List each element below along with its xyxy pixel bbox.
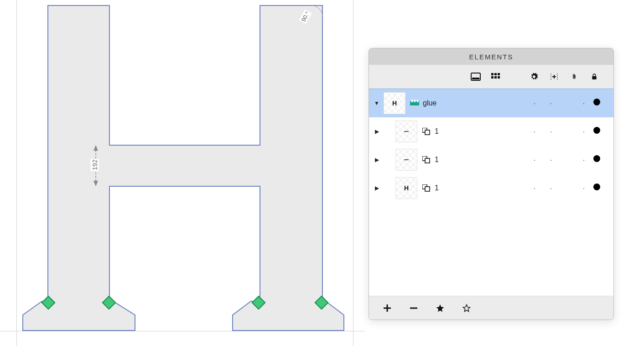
view-list-icon[interactable]: [470, 71, 481, 82]
svg-rect-17: [414, 100, 415, 102]
elements-list: ▼Hglue···▶1···▶1···▶H1···: [369, 89, 613, 296]
element-row[interactable]: ▼Hglue···: [369, 89, 613, 117]
color-swatch[interactable]: [593, 183, 606, 192]
element-row[interactable]: ▶1···: [369, 146, 613, 174]
dimension-annotation: 192: [91, 158, 99, 171]
status-dot[interactable]: ·: [544, 156, 558, 163]
panel-footer: [369, 296, 613, 320]
element-label: glue: [423, 99, 436, 107]
add-button[interactable]: [382, 303, 393, 314]
status-dot[interactable]: ·: [528, 156, 541, 163]
view-grid-icon[interactable]: [490, 71, 501, 82]
element-thumbnail: [395, 149, 417, 171]
svg-rect-4: [491, 73, 493, 75]
svg-rect-24: [425, 187, 430, 191]
element-thumbnail: [395, 121, 417, 142]
color-swatch[interactable]: [593, 155, 606, 164]
status-dot[interactable]: ·: [577, 100, 591, 107]
gear-icon[interactable]: [529, 71, 540, 82]
disclosure-right-icon[interactable]: ▶: [373, 128, 381, 135]
svg-rect-7: [491, 76, 493, 79]
svg-rect-9: [498, 76, 500, 79]
color-swatch[interactable]: [593, 127, 606, 136]
svg-rect-8: [494, 76, 497, 79]
svg-rect-6: [498, 73, 500, 75]
remove-button[interactable]: [408, 303, 419, 314]
disclosure-right-icon[interactable]: ▶: [373, 157, 381, 163]
status-dot[interactable]: ·: [544, 184, 558, 192]
group-icon: [422, 184, 431, 192]
status-dot[interactable]: ·: [528, 184, 541, 192]
glyph-canvas[interactable]: 90.° 192: [0, 0, 365, 346]
svg-rect-3: [472, 78, 479, 79]
glyph-outline[interactable]: [0, 0, 365, 346]
color-swatch[interactable]: [593, 99, 606, 107]
attachment-icon[interactable]: [569, 71, 580, 82]
elements-panel: ELEMENTS: [369, 48, 614, 320]
element-thumbnail: H: [384, 92, 405, 114]
element-label: 1: [435, 156, 439, 164]
group-icon: [422, 156, 431, 164]
element-label: 1: [435, 127, 439, 136]
disclosure-right-icon[interactable]: ▶: [373, 185, 381, 191]
panel-title: ELEMENTS: [369, 48, 613, 65]
element-thumbnail: H: [395, 177, 417, 199]
status-dot[interactable]: ·: [577, 128, 591, 135]
star-filled-icon[interactable]: [435, 303, 446, 314]
panel-toolbar: [369, 65, 613, 89]
status-dot[interactable]: ·: [577, 156, 591, 163]
element-row[interactable]: ▶H1···: [369, 174, 613, 202]
glue-icon: [410, 99, 419, 107]
element-label: 1: [435, 184, 439, 192]
lock-icon[interactable]: [589, 71, 600, 82]
svg-rect-5: [494, 73, 497, 75]
status-dot[interactable]: ·: [528, 100, 541, 107]
spacing-icon[interactable]: [549, 71, 560, 82]
disclosure-down-icon[interactable]: ▼: [373, 100, 381, 106]
star-outline-icon[interactable]: [461, 303, 472, 314]
svg-rect-14: [592, 76, 596, 79]
status-dot[interactable]: ·: [544, 100, 558, 107]
status-dot[interactable]: ·: [577, 184, 591, 192]
status-dot[interactable]: ·: [528, 128, 541, 135]
svg-rect-22: [425, 158, 430, 163]
svg-rect-16: [411, 100, 413, 102]
element-row[interactable]: ▶1···: [369, 117, 613, 146]
svg-rect-20: [425, 130, 430, 135]
group-icon: [422, 127, 431, 136]
status-dot[interactable]: ·: [544, 128, 558, 135]
svg-rect-18: [417, 100, 418, 102]
